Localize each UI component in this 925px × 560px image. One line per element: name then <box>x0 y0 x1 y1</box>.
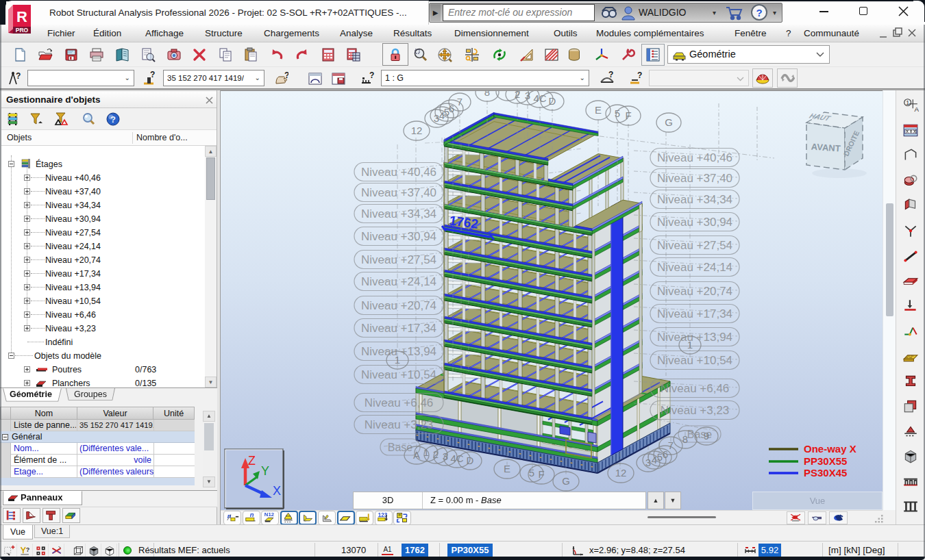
svg-text:Niveau +3,23: Niveau +3,23 <box>661 404 730 417</box>
svg-text:Niveau +10,54: Niveau +10,54 <box>657 354 732 367</box>
svg-text:2: 2 <box>515 91 520 100</box>
svg-text:D: D <box>467 455 474 466</box>
svg-text:Niveau +37,40: Niveau +37,40 <box>361 186 436 199</box>
svg-text:8: 8 <box>484 91 490 98</box>
svg-text:F: F <box>538 468 544 480</box>
svg-text:1: 1 <box>687 339 693 351</box>
svg-text:Niveau +10,54: Niveau +10,54 <box>361 368 436 381</box>
svg-text:1: 1 <box>395 354 400 366</box>
svg-text:E: E <box>504 463 510 474</box>
svg-text:Niveau +6,46: Niveau +6,46 <box>365 396 434 409</box>
svg-text:Niveau +6,46: Niveau +6,46 <box>661 382 730 395</box>
svg-text:E: E <box>595 104 602 116</box>
svg-text:8: 8 <box>682 433 688 445</box>
svg-text:PS30X45: PS30X45 <box>804 467 847 479</box>
svg-text:PP30X55: PP30X55 <box>804 455 847 467</box>
svg-text:R: R <box>16 8 27 25</box>
svg-text:N12: N12 <box>264 511 275 518</box>
svg-text:Niveau +40,46: Niveau +40,46 <box>657 151 732 164</box>
svg-text:?: ? <box>150 71 155 79</box>
svg-text:12: 12 <box>615 467 627 479</box>
svg-text:Niveau +40,46: Niveau +40,46 <box>361 166 436 179</box>
svg-text:F: F <box>625 110 631 121</box>
svg-text:?: ? <box>608 71 613 79</box>
svg-text:1: 1 <box>906 99 909 106</box>
svg-text:?: ? <box>25 546 29 552</box>
svg-text:Niveau +34,34: Niveau +34,34 <box>361 207 436 220</box>
svg-text:?: ? <box>369 71 374 80</box>
svg-text:G: G <box>562 475 570 487</box>
svg-text:Niveau +30,94: Niveau +30,94 <box>657 216 732 229</box>
svg-text:D: D <box>549 95 556 107</box>
svg-text:X: X <box>273 484 281 498</box>
svg-text:12: 12 <box>411 125 423 136</box>
svg-text:Niveau +34,34: Niveau +34,34 <box>657 193 732 206</box>
svg-text:Niveau +37,40: Niveau +37,40 <box>657 172 732 185</box>
svg-text:?: ? <box>637 71 642 80</box>
svg-text:5: 5 <box>529 467 534 479</box>
svg-text:PRO: PRO <box>16 27 29 34</box>
svg-text:Niveau +20,74: Niveau +20,74 <box>361 299 436 312</box>
svg-text:Niveau +3,23: Niveau +3,23 <box>365 418 434 431</box>
svg-text:Niveau +30,94: Niveau +30,94 <box>361 230 436 243</box>
svg-text:n: n <box>250 511 254 518</box>
svg-text:Niveau +24,14: Niveau +24,14 <box>657 261 732 274</box>
svg-text:?: ? <box>16 71 21 81</box>
svg-text:?: ? <box>284 71 288 80</box>
svg-text:Niveau +27,54: Niveau +27,54 <box>361 253 436 266</box>
svg-text:Y: Y <box>261 464 269 478</box>
svg-text:Base: Base <box>388 442 413 453</box>
svg-text:G: G <box>665 116 673 128</box>
svg-text:Niveau +17,34: Niveau +17,34 <box>361 322 436 335</box>
svg-text:One-way X: One-way X <box>804 443 856 455</box>
svg-text:Z: Z <box>248 454 256 468</box>
svg-text:A: A <box>914 105 919 113</box>
svg-text:AVANT: AVANT <box>811 142 841 154</box>
svg-text:7: 7 <box>457 96 463 107</box>
svg-text:Niveau +17,34: Niveau +17,34 <box>657 307 732 320</box>
svg-text:7: 7 <box>668 440 674 451</box>
svg-text:Niveau +20,74: Niveau +20,74 <box>657 285 732 298</box>
svg-text:9: 9 <box>704 430 709 442</box>
svg-text:?: ? <box>110 114 116 125</box>
svg-text:Niveau +27,54: Niveau +27,54 <box>657 239 732 252</box>
svg-text:Niveau +24,14: Niveau +24,14 <box>361 275 436 288</box>
